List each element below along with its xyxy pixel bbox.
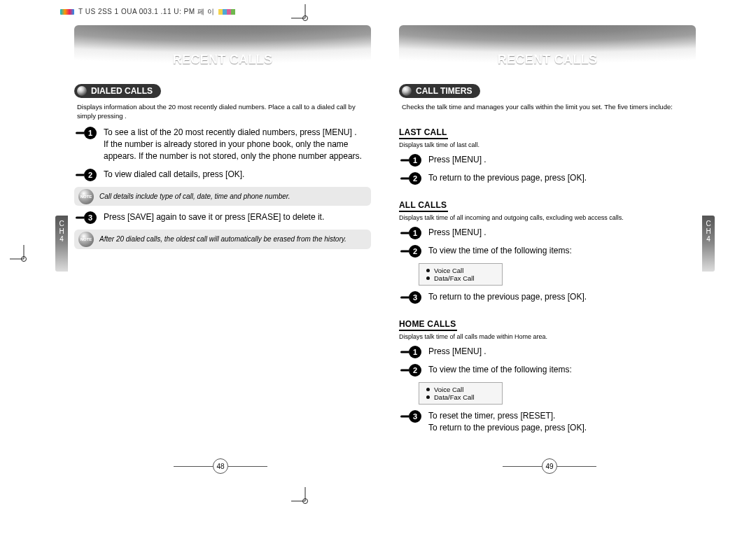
registration-mark [291,487,319,515]
chapter-tab: C H 4 [55,216,68,272]
bullet-icon [426,395,430,399]
step-text: To view the time of the following items: [428,245,572,257]
instruction-step: 1Press [MENU] . [409,346,696,358]
note-text: After 20 dialed calls, the oldest call w… [99,235,346,243]
step-number-icon: 1 [84,127,97,139]
list-item-label: Voice Call [434,267,463,274]
step-text: Press [MENU] . [428,154,486,166]
instruction-step: 2 To view dialed call details, press [OK… [84,169,371,181]
note-box: NOTE After 20 dialed calls, the oldest c… [74,230,371,249]
chapter-tab-text: C H 4 [55,220,68,243]
instruction-step: 3To return to the previous page, press [… [409,291,696,304]
section-heading-label: DIALED CALLS [91,86,153,96]
step-text: To return to the previous page, press [O… [428,172,587,184]
page-number-decoration: 48 [174,458,267,474]
option-list-box: Voice Call Data/Fax Call [419,263,503,286]
instruction-step: 1 To see a list of the 20 most recently … [84,127,371,163]
step-number-icon: 2 [409,364,421,377]
list-item-label: Data/Fax Call [434,393,475,401]
section-heading-label: CALL TIMERS [416,86,472,96]
subsection-description: Displays talk time of last call. [399,141,696,148]
section-heading: DIALED CALLS [74,84,161,98]
step-number-icon: 2 [409,172,421,185]
bullet-icon [77,86,87,96]
page-header-title: RECENT CALLS [399,52,696,67]
list-item: Data/Fax Call [426,393,495,401]
pages-container: C H 4 RECENT CALLS DIALED CALLS Displays… [56,21,714,478]
step-text: To view the time of the following items: [428,364,572,376]
page-header-banner: RECENT CALLS [399,25,696,73]
file-metadata: T US 2SS 1 OUA 003.1 .11 U: PM 페 이 [50,7,235,17]
subsection-description: Displays talk time of all incoming and o… [399,214,696,221]
document-spread: T US 2SS 1 OUA 003.1 .11 U: PM 페 이 C H 4… [0,0,756,534]
color-chips-icon [218,9,235,15]
step-number-icon: 1 [409,346,421,358]
step-number-icon: 2 [84,169,97,181]
instruction-step: 1Press [MENU] . [409,227,696,239]
page-number-decoration: 49 [503,458,596,474]
step-text: To view dialed call details, press [OK]. [104,169,244,181]
bullet-icon [426,269,430,272]
section-heading: CALL TIMERS [399,84,480,98]
step-text: Press [MENU] . [428,227,486,239]
list-item: Data/Fax Call [426,274,495,282]
instruction-step: 2To view the time of the following items… [409,364,696,377]
step-text: To reset the timer, press [RESET]. To re… [428,410,587,435]
list-item: Voice Call [426,386,495,393]
chapter-tab-text: C H 4 [702,220,715,243]
step-text: To return to the previous page, press [O… [428,291,587,303]
instruction-step: 2To return to the previous page, press [… [409,172,696,185]
page-right: C H 4 RECENT CALLS CALL TIMERS Checks th… [385,21,714,478]
instruction-step: 2To view the time of the following items… [409,245,696,258]
step-number-icon: 3 [84,211,97,224]
step-number-icon: 1 [409,154,421,167]
page-number: 48 [213,458,228,474]
note-text: Call details include type of call, date,… [99,192,290,200]
meta-text: T US 2SS 1 OUA 003.1 .11 U: PM 페 이 [78,7,214,17]
subsection-heading: HOME CALLS [399,319,457,331]
step-number-icon: 3 [409,410,421,423]
page-left: C H 4 RECENT CALLS DIALED CALLS Displays… [56,21,385,478]
subsection-description: Displays talk time of all calls made wit… [399,333,696,340]
step-text: Press [SAVE] again to save it or press [… [104,211,324,223]
step-text: To see a list of the 20 most recently di… [104,127,371,163]
bullet-icon [402,86,412,96]
section-description: Checks the talk time and manages your ca… [402,103,696,112]
step-number-icon: 1 [409,227,421,239]
list-item-label: Voice Call [434,386,463,393]
list-item: Voice Call [426,267,495,274]
page-header-title: RECENT CALLS [74,52,371,67]
color-swatch-icon [60,9,74,15]
step-number-icon: 2 [409,245,421,258]
step-number-icon: 3 [409,291,421,304]
note-icon: NOTE [78,232,94,247]
instruction-step: 1Press [MENU] . [409,154,696,167]
instruction-step: 3To reset the timer, press [RESET]. To r… [409,410,696,435]
note-box: NOTE Call details include type of call, … [74,187,371,206]
note-icon: NOTE [78,189,94,204]
step-text: Press [MENU] . [428,346,486,358]
page-number: 49 [542,458,557,474]
bullet-icon [426,276,430,280]
registration-mark [10,245,38,273]
list-item-label: Data/Fax Call [434,274,475,282]
chapter-tab: C H 4 [702,216,715,272]
instruction-step: 3 Press [SAVE] again to save it or press… [84,211,371,224]
subsection-heading: LAST CALL [399,127,448,139]
subsection-heading: ALL CALLS [399,200,448,212]
page-header-banner: RECENT CALLS [74,25,371,73]
section-description: Displays information about the 20 most r… [77,103,371,121]
option-list-box: Voice Call Data/Fax Call [419,382,503,405]
bullet-icon [426,388,430,391]
